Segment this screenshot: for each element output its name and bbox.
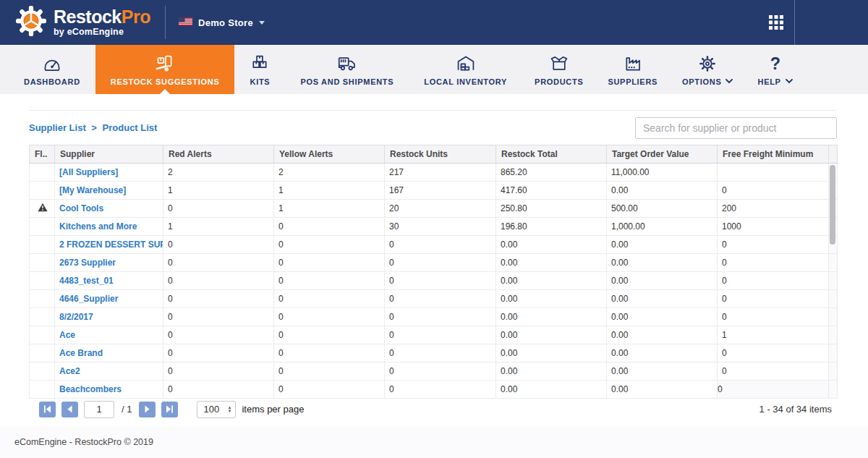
nav-kits[interactable]: KITS [234, 45, 285, 94]
restock-units-cell: 0 [385, 236, 496, 254]
nav-products[interactable]: PRODUCTS [522, 45, 595, 94]
brand-name-pro: Pro [122, 7, 150, 27]
store-name: Demo Store [198, 17, 253, 28]
flag-cell [30, 326, 55, 344]
open-box-icon [549, 54, 569, 73]
supplier-link[interactable]: Kitchens and More [59, 221, 137, 232]
scroll-track-cell [829, 362, 838, 381]
supplier-link[interactable]: 2 FROZEN DESSERT SUPP… [59, 239, 163, 250]
supplier-link[interactable]: Beachcombers [59, 384, 122, 394]
nav-help[interactable]: ? HELP [745, 45, 804, 94]
supplier-link[interactable]: [My Warehouse] [59, 185, 126, 195]
table-row: Ace2 0 0 0 0.00 0.00 0 [30, 362, 838, 381]
restock-units-cell: 0 [385, 254, 496, 272]
nav-label: PRODUCTS [535, 77, 583, 86]
nav-dashboard[interactable]: DASHBOARD [9, 45, 95, 94]
previous-page-button[interactable] [61, 402, 78, 417]
apps-grid-button[interactable] [759, 0, 794, 45]
next-page-button[interactable] [139, 402, 156, 417]
supplier-cell: Ace2 [55, 362, 163, 381]
nav-restock-suggestions[interactable]: RESTOCK SUGGESTIONS [95, 45, 235, 94]
items-per-page-value: 100 [197, 404, 227, 415]
restock-units-cell: 0 [385, 326, 496, 344]
col-scroll-spacer [829, 145, 838, 164]
supplier-cell: Ace [55, 326, 163, 344]
nav-label: KITS [250, 77, 271, 86]
items-per-page-select[interactable]: 100 ▲▼ [197, 401, 236, 418]
supplier-cell: 4483_test_01 [55, 272, 163, 290]
factory-icon [623, 54, 643, 73]
vertical-scrollbar-thumb[interactable] [830, 165, 835, 245]
col-restock-units[interactable]: Restock Units [385, 145, 496, 164]
supplier-link[interactable]: 4483_test_01 [59, 276, 114, 286]
page-number-input[interactable] [84, 401, 114, 418]
col-yellow-alerts[interactable]: Yellow Alerts [274, 145, 385, 164]
restock-total-cell: 0.00 [496, 236, 607, 254]
top-header: RestockPro by eComEngine Demo Store [0, 0, 868, 45]
supplier-link[interactable]: 4646_Supplier [59, 294, 118, 304]
col-red-alerts[interactable]: Red Alerts [163, 145, 274, 164]
yellow-alerts-cell: 0 [274, 290, 385, 308]
red-alerts-cell: 0 [163, 344, 274, 362]
breadcrumb-product-list[interactable]: Product List [103, 122, 158, 133]
flag-cell [30, 344, 55, 362]
us-flag-icon [179, 16, 192, 29]
supplier-cell: Cool Tools [55, 200, 163, 218]
supplier-cell: Kitchens and More [55, 218, 163, 236]
free-freight-cell: 1000 [718, 218, 829, 236]
yellow-alerts-cell: 0 [274, 254, 385, 272]
restock-units-cell: 0 [385, 308, 496, 326]
last-page-button[interactable] [161, 402, 178, 417]
supplier-link[interactable]: Ace2 [59, 366, 80, 376]
supplier-cell: Beachcombers [55, 381, 163, 399]
restock-units-cell: 0 [385, 290, 496, 308]
supplier-link[interactable]: Ace Brand [59, 348, 103, 358]
red-alerts-cell: 1 [163, 182, 274, 200]
breadcrumb: Supplier List > Product List [29, 122, 157, 133]
flag-cell [30, 362, 55, 381]
col-restock-total[interactable]: Restock Total [496, 145, 607, 164]
supplier-link[interactable]: 8/2/2017 [59, 312, 93, 322]
supplier-link[interactable]: 2673 Supplier [59, 258, 116, 268]
restock-total-cell: 417.60 [496, 182, 607, 200]
question-mark-icon: ? [765, 54, 786, 73]
yellow-alerts-cell: 0 [274, 236, 385, 254]
svg-text:?: ? [770, 54, 780, 73]
brand-logo: RestockPro by eComEngine [0, 6, 165, 39]
free-freight-cell: 0 [718, 290, 829, 308]
supplier-link[interactable]: [All Suppliers] [59, 167, 118, 177]
restock-units-cell: 20 [385, 200, 496, 218]
grid-icon [769, 15, 784, 30]
breadcrumb-supplier-list[interactable]: Supplier List [29, 122, 86, 133]
col-target-order-value[interactable]: Target Order Value [607, 145, 718, 164]
table-row: Ace 0 0 0 0.00 0.00 1 [30, 326, 838, 344]
restock-units-cell: 217 [385, 164, 496, 182]
red-alerts-cell: 0 [163, 254, 274, 272]
gear-icon [697, 54, 718, 73]
col-free-freight-minimum[interactable]: Free Freight Minimum [718, 145, 829, 164]
nav-options[interactable]: OPTIONS [670, 45, 745, 94]
first-page-button[interactable] [39, 402, 56, 417]
scroll-track-cell [829, 254, 838, 272]
nav-local-inventory[interactable]: LOCAL INVENTORY [409, 45, 522, 94]
col-supplier[interactable]: Supplier [55, 145, 163, 164]
search-input[interactable] [635, 117, 837, 139]
target-order-value-cell: 0.00 [607, 344, 718, 362]
supplier-link[interactable]: Ace [59, 330, 75, 340]
red-alerts-cell: 0 [163, 272, 274, 290]
free-freight-cell: 0 [718, 236, 829, 254]
chevron-down-icon [786, 79, 793, 84]
yellow-alerts-cell: 0 [274, 381, 385, 399]
nav-pos-and-shipments[interactable]: POS AND SHIPMENTS [285, 45, 409, 94]
restock-total-cell: 0.00 [496, 326, 607, 344]
flag-cell [30, 381, 55, 399]
scroll-track-cell [829, 290, 838, 308]
nav-label: POS AND SHIPMENTS [300, 77, 393, 86]
restock-units-cell: 167 [385, 182, 496, 200]
nav-suppliers[interactable]: SUPPLIERS [595, 45, 670, 94]
toolbar: Supplier List > Product List [29, 111, 837, 145]
free-freight-cell: 200 [718, 200, 829, 218]
supplier-link[interactable]: Cool Tools [59, 203, 103, 213]
col-flags[interactable]: Fl.. [30, 145, 55, 164]
store-selector[interactable]: Demo Store [166, 16, 278, 29]
